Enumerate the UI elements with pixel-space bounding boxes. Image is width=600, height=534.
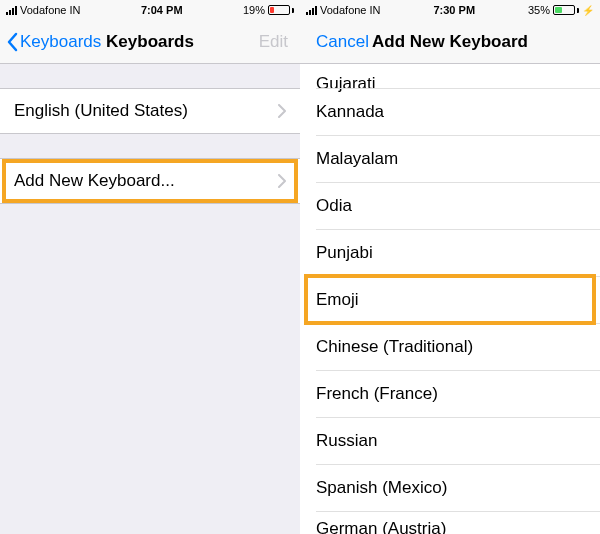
back-button[interactable]: Keyboards [6,32,101,52]
status-time: 7:30 PM [433,4,475,16]
battery-percent: 35% [528,4,550,16]
screen-keyboards: Vodafone IN 7:04 PM 19% Keyboards Keyboa… [0,0,300,534]
list-item-emoji[interactable]: Emoji [300,276,600,323]
list-item[interactable]: Chinese (Traditional) [300,323,600,370]
signal-icon [6,6,17,15]
chevron-left-icon [6,32,18,52]
nav-bar: Keyboards Keyboards Edit [0,20,300,64]
row-label: English (United States) [14,101,188,121]
nav-bar: Cancel Add New Keyboard [300,20,600,64]
signal-icon [306,6,317,15]
list-item[interactable]: Malayalam [300,135,600,182]
list-item[interactable]: Punjabi [300,229,600,276]
list-item[interactable]: Russian [300,417,600,464]
chevron-right-icon [278,174,286,188]
battery-percent: 19% [243,4,265,16]
chevron-right-icon [278,104,286,118]
list-item[interactable]: Spanish (Mexico) [300,464,600,511]
keyboards-list: English (United States) Add New Keyboard… [0,64,300,204]
list-item[interactable]: French (France) [300,370,600,417]
carrier-label: Vodafone IN [20,4,81,16]
charging-icon: ⚡ [582,5,594,16]
add-new-keyboard-row[interactable]: Add New Keyboard... [0,159,300,203]
list-item[interactable]: Gujarati [300,64,600,88]
screen-add-keyboard: Vodafone IN 7:30 PM 35% ⚡ Cancel Add New… [300,0,600,534]
list-item[interactable]: Kannada [300,88,600,135]
list-item[interactable]: Odia [300,182,600,229]
status-time: 7:04 PM [141,4,183,16]
status-bar: Vodafone IN 7:30 PM 35% ⚡ [300,0,600,20]
language-list[interactable]: Gujarati Kannada Malayalam Odia Punjabi … [300,64,600,534]
row-label: Add New Keyboard... [14,171,175,191]
list-item[interactable]: German (Austria) [300,511,600,534]
battery-icon [268,5,294,15]
cancel-button[interactable]: Cancel [306,32,369,52]
edit-button: Edit [259,32,288,52]
carrier-label: Vodafone IN [320,4,381,16]
battery-icon [553,5,579,15]
status-bar: Vodafone IN 7:04 PM 19% [0,0,300,20]
back-label: Keyboards [20,32,101,52]
keyboard-row-english[interactable]: English (United States) [0,89,300,133]
